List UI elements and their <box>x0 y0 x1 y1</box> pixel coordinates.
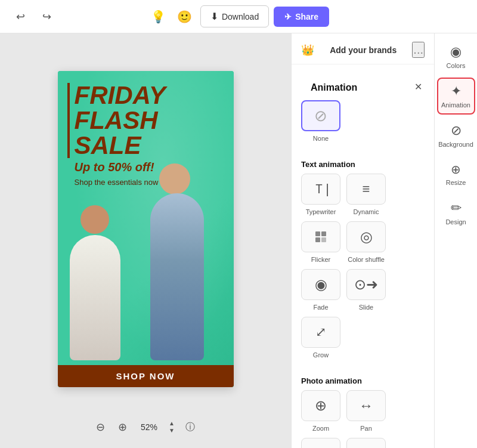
anim-item-extra1[interactable]: ○ <box>346 438 386 448</box>
anim-item-dynamic[interactable]: ≡ Dynamic <box>346 174 386 215</box>
animation-label: Animation <box>441 101 470 109</box>
zoom-icon: ⊕ <box>315 397 327 414</box>
slide-icon: ⊙➜ <box>354 276 378 293</box>
pan-label: Pan <box>360 425 372 432</box>
model-right-body <box>150 193 204 360</box>
grow-box: ⤢ <box>301 317 340 348</box>
design-label: Design <box>445 218 466 225</box>
zoom-level: 52% <box>138 422 160 432</box>
typewriter-icon: Ｔ| <box>312 180 329 198</box>
grow-label: Grow <box>313 351 329 359</box>
avatar-button[interactable]: 🙂 <box>174 6 196 27</box>
animation-icon: ✦ <box>451 84 461 99</box>
sidebar-item-colors[interactable]: ◉ Colors <box>437 38 475 75</box>
grey-box: ◑ <box>301 438 340 448</box>
animation-close-button[interactable]: ✕ <box>412 79 425 95</box>
zoom-out-button[interactable]: ⊖ <box>94 418 107 436</box>
typewriter-box: Ｔ| <box>301 174 340 205</box>
typewriter-label: Typewriter <box>306 208 336 215</box>
flicker-box <box>301 221 340 252</box>
info-button[interactable]: ⓘ <box>183 419 197 436</box>
anim-item-grow[interactable]: ⤢ Grow <box>301 317 340 359</box>
sidebar-item-resize[interactable]: ⊕ Resize <box>437 156 475 192</box>
colorshuffle-label: Color shuffle <box>348 256 385 263</box>
download-label: Download <box>222 12 259 21</box>
banner-desc: Shop the essentials now <box>67 178 166 187</box>
share-button[interactable]: ✈ Share <box>274 7 329 27</box>
top-bar: ↩ ↪ 💡 🙂 ⬇ Download ✈ Share <box>0 0 477 33</box>
model-left-body <box>70 235 120 360</box>
panel-more-button[interactable]: ... <box>412 42 425 58</box>
resize-icon: ⊕ <box>451 162 461 177</box>
model-left <box>64 205 135 360</box>
zoom-label: Zoom <box>312 425 329 432</box>
fade-label: Fade <box>313 304 328 311</box>
none-box: ⊘ <box>301 100 340 131</box>
model-right <box>138 163 216 360</box>
dynamic-box: ≡ <box>346 174 386 205</box>
colors-label: Colors <box>447 62 466 69</box>
zoom-in-button[interactable]: ⊕ <box>116 418 129 436</box>
colors-icon: ◉ <box>450 44 461 60</box>
banner-title: FRIDAY FLASH SALE <box>67 83 166 158</box>
grey-icon: ◑ <box>315 445 327 448</box>
bottom-toolbar: ⊖ ⊕ 52% ▲ ▼ ⓘ <box>82 412 209 442</box>
brand-icon: 👑 <box>301 44 314 57</box>
sidebar-item-background[interactable]: ⊘ Background <box>437 117 475 154</box>
colorshuffle-icon: ◎ <box>360 228 373 245</box>
zoom-up-arrow[interactable]: ▲ <box>169 421 175 427</box>
brand-title: Add your brands <box>330 45 397 55</box>
anim-item-typewriter[interactable]: Ｔ| Typewriter <box>301 174 340 215</box>
design-icon: ✏ <box>451 200 461 216</box>
fade-icon: ◉ <box>315 276 327 293</box>
dynamic-icon: ≡ <box>363 181 370 197</box>
zoom-down-arrow[interactable]: ▼ <box>169 428 175 434</box>
banner-text-block: FRIDAY FLASH SALE Up to 50% off! Shop th… <box>67 83 166 187</box>
magic-button[interactable]: 💡 <box>148 6 169 27</box>
anim-item-grey[interactable]: ◑ Grey <box>301 438 340 448</box>
anim-item-fade[interactable]: ◉ Fade <box>301 269 340 311</box>
background-icon: ⊘ <box>451 123 461 138</box>
model-left-head <box>80 205 109 234</box>
redo-button[interactable]: ↪ <box>36 6 57 27</box>
top-bar-center: 💡 🙂 ⬇ Download ✈ Share <box>148 5 329 27</box>
main-area: FRIDAY FLASH SALE Up to 50% off! Shop th… <box>0 33 477 448</box>
anim-item-flicker[interactable]: Flicker <box>301 221 340 263</box>
dynamic-label: Dynamic <box>354 208 379 215</box>
flicker-icon <box>314 230 327 243</box>
background-label: Background <box>438 141 473 148</box>
zoom-arrows: ▲ ▼ <box>169 421 175 434</box>
pan-box: ↔ <box>346 390 386 421</box>
resize-label: Resize <box>446 179 466 186</box>
sidebar-item-design[interactable]: ✏ Design <box>437 194 475 231</box>
zoom-box: ⊕ <box>301 390 340 421</box>
banner[interactable]: FRIDAY FLASH SALE Up to 50% off! Shop th… <box>58 71 234 387</box>
side-toolbar: ◉ Colors ✦ Animation ⊘ Background ⊕ Resi… <box>434 33 477 448</box>
none-label: None <box>313 135 329 142</box>
download-button[interactable]: ⬇ Download <box>200 5 269 27</box>
banner-subtitle: Up to 50% off! <box>67 160 166 174</box>
undo-button[interactable]: ↩ <box>10 6 31 27</box>
slide-box: ⊙➜ <box>346 269 386 300</box>
right-panel: 👑 Add your brands ... Animation ✕ ⊘ None <box>291 33 477 448</box>
none-grid: ⊘ None <box>292 100 434 149</box>
colorshuffle-box: ◎ <box>346 221 386 252</box>
canvas-wrapper: FRIDAY FLASH SALE Up to 50% off! Shop th… <box>58 45 234 412</box>
canvas-area: FRIDAY FLASH SALE Up to 50% off! Shop th… <box>0 33 291 448</box>
anim-item-colorshuffle[interactable]: ◎ Color shuffle <box>346 221 386 263</box>
anim-item-none[interactable]: ⊘ None <box>301 100 340 142</box>
share-label: Share <box>295 12 318 21</box>
anim-item-slide[interactable]: ⊙➜ Slide <box>346 269 386 311</box>
animation-title: Animation <box>301 73 367 100</box>
sidebar-item-animation[interactable]: ✦ Animation <box>437 78 475 115</box>
cta-bar: SHOP NOW <box>58 365 234 387</box>
extra1-box: ○ <box>346 438 386 448</box>
panel-header: 👑 Add your brands ... <box>292 33 434 64</box>
text-animation-grid: Ｔ| Typewriter ≡ Dynamic <box>292 174 434 366</box>
grow-icon: ⤢ <box>315 325 326 340</box>
anim-item-pan[interactable]: ↔ Pan <box>346 390 386 432</box>
anim-item-zoom[interactable]: ⊕ Zoom <box>301 390 340 432</box>
text-animation-label: Text animation <box>292 154 434 174</box>
top-bar-left: ↩ ↪ <box>10 6 57 27</box>
flicker-label: Flicker <box>311 256 330 263</box>
